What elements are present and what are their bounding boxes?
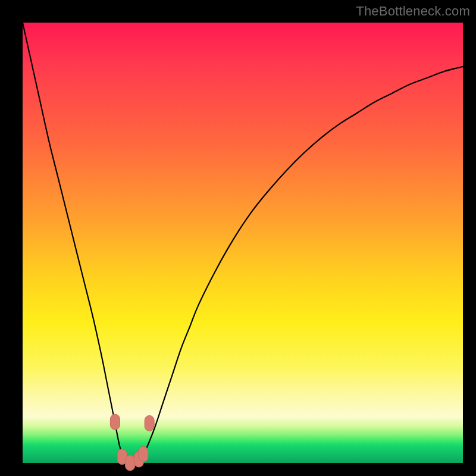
- watermark-text: TheBottleneck.com: [356, 4, 470, 19]
- curve-marker: [139, 446, 148, 462]
- plot-area: [23, 23, 463, 463]
- curve-marker: [126, 455, 135, 471]
- curve-marker: [110, 414, 120, 430]
- chart-frame: TheBottleneck.com: [0, 0, 476, 476]
- bottleneck-curve: [23, 23, 463, 463]
- curve-marker: [145, 415, 154, 431]
